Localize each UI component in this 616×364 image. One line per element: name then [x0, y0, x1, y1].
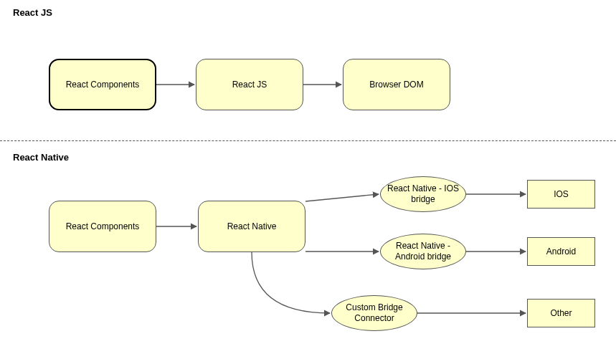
node-rn-core: React Native — [198, 201, 305, 252]
node-rn-ios-bridge: React Native - IOS bridge — [380, 176, 466, 212]
node-rn-ios: IOS — [527, 180, 595, 209]
node-rn-android-bridge: React Native - Android bridge — [380, 234, 466, 269]
node-rn-android: Android — [527, 237, 595, 266]
node-reactjs-dom: Browser DOM — [343, 59, 450, 110]
diagram-canvas: React JS React Components React JS Brows… — [0, 0, 616, 364]
node-reactjs-core: React JS — [196, 59, 303, 110]
node-rn-other: Other — [527, 299, 595, 327]
arrow-rn-core-to-ios-bridge — [305, 194, 379, 201]
node-reactjs-components: React Components — [49, 59, 156, 110]
connector-layer — [0, 0, 616, 364]
node-rn-components: React Components — [49, 201, 156, 252]
section-title-reactnative: React Native — [13, 152, 69, 163]
arrow-rn-core-to-custom-bridge — [252, 252, 330, 313]
section-divider — [0, 140, 616, 141]
section-title-reactjs: React JS — [13, 7, 52, 18]
node-rn-custom-bridge: Custom Bridge Connector — [331, 295, 417, 331]
